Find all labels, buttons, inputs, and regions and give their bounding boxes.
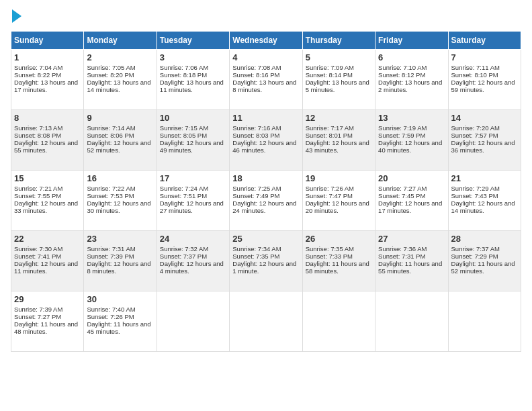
sunrise-label: Sunrise: 7:39 AM — [14, 306, 62, 313]
daylight-label: Daylight: 12 hours and 8 minutes. — [87, 260, 150, 275]
daylight-label: Daylight: 11 hours and 48 minutes. — [14, 320, 78, 335]
sunrise-label: Sunrise: 7:24 AM — [160, 185, 208, 192]
sunrise-label: Sunrise: 7:35 AM — [306, 245, 354, 253]
sunset-label: Sunset: 8:16 PM — [232, 71, 279, 79]
table-row — [302, 291, 375, 352]
sunset-label: Sunset: 8:01 PM — [306, 132, 353, 139]
daylight-label: Daylight: 12 hours and 59 minutes. — [451, 79, 515, 93]
sunrise-label: Sunrise: 7:30 AM — [14, 245, 62, 253]
daylight-label: Daylight: 13 hours and 2 minutes. — [378, 79, 442, 93]
table-row: 14Sunrise: 7:20 AMSunset: 7:57 PMDayligh… — [448, 110, 521, 171]
sunset-label: Sunset: 7:39 PM — [87, 253, 134, 260]
sunrise-label: Sunrise: 7:31 AM — [87, 245, 135, 253]
day-number: 26 — [306, 234, 372, 244]
daylight-label: Daylight: 11 hours and 58 minutes. — [306, 260, 369, 275]
sunrise-label: Sunrise: 7:25 AM — [232, 185, 281, 192]
sunrise-label: Sunrise: 7:17 AM — [306, 124, 354, 132]
day-number: 3 — [160, 52, 226, 62]
sunrise-label: Sunrise: 7:26 AM — [306, 185, 354, 192]
table-row: 21Sunrise: 7:29 AMSunset: 7:43 PMDayligh… — [448, 171, 521, 231]
day-number: 20 — [378, 173, 445, 183]
day-number: 24 — [160, 234, 226, 244]
sunrise-label: Sunrise: 7:20 AM — [451, 124, 500, 132]
sunset-label: Sunset: 8:18 PM — [160, 71, 207, 79]
table-row: 18Sunrise: 7:25 AMSunset: 7:49 PMDayligh… — [230, 171, 302, 231]
sunrise-label: Sunrise: 7:11 AM — [451, 64, 500, 71]
daylight-label: Daylight: 13 hours and 11 minutes. — [160, 79, 224, 93]
daylight-label: Daylight: 12 hours and 11 minutes. — [14, 260, 78, 275]
sunrise-label: Sunrise: 7:21 AM — [14, 185, 62, 192]
day-number: 16 — [87, 173, 153, 183]
daylight-label: Daylight: 12 hours and 27 minutes. — [160, 199, 224, 214]
calendar-row: 8Sunrise: 7:13 AMSunset: 8:08 PMDaylight… — [11, 110, 521, 171]
sunrise-label: Sunrise: 7:10 AM — [378, 64, 427, 71]
sunrise-label: Sunrise: 7:34 AM — [232, 245, 281, 253]
day-number: 1 — [14, 52, 81, 62]
sunset-label: Sunset: 7:43 PM — [451, 192, 498, 199]
sunset-label: Sunset: 7:41 PM — [14, 253, 61, 260]
table-row: 7Sunrise: 7:11 AMSunset: 8:10 PMDaylight… — [448, 50, 521, 110]
sunset-label: Sunset: 8:14 PM — [306, 71, 353, 79]
sunrise-label: Sunrise: 7:14 AM — [87, 124, 135, 132]
table-row: 1Sunrise: 7:04 AMSunset: 8:22 PMDaylight… — [11, 50, 84, 110]
table-row: 3Sunrise: 7:06 AMSunset: 8:18 PMDaylight… — [157, 50, 229, 110]
col-monday: Monday — [84, 32, 157, 50]
daylight-label: Daylight: 11 hours and 52 minutes. — [451, 260, 515, 275]
sunset-label: Sunset: 7:55 PM — [14, 192, 61, 199]
sunrise-label: Sunrise: 7:15 AM — [160, 124, 208, 132]
daylight-label: Daylight: 12 hours and 24 minutes. — [232, 199, 296, 214]
daylight-label: Daylight: 12 hours and 1 minute. — [232, 260, 296, 275]
day-number: 21 — [451, 173, 518, 183]
daylight-label: Daylight: 12 hours and 4 minutes. — [160, 260, 224, 275]
day-number: 30 — [87, 294, 153, 304]
day-number: 18 — [232, 173, 299, 183]
calendar-row: 22Sunrise: 7:30 AMSunset: 7:41 PMDayligh… — [11, 231, 521, 291]
sunset-label: Sunset: 8:10 PM — [451, 71, 498, 79]
sunset-label: Sunset: 8:06 PM — [87, 132, 134, 139]
day-number: 29 — [14, 294, 81, 304]
table-row: 29Sunrise: 7:39 AMSunset: 7:27 PMDayligh… — [11, 291, 84, 352]
table-row: 19Sunrise: 7:26 AMSunset: 7:47 PMDayligh… — [302, 171, 375, 231]
col-thursday: Thursday — [302, 32, 375, 50]
sunset-label: Sunset: 8:12 PM — [378, 71, 425, 79]
table-row: 24Sunrise: 7:32 AMSunset: 7:37 PMDayligh… — [157, 231, 229, 291]
table-row: 4Sunrise: 7:08 AMSunset: 8:16 PMDaylight… — [230, 50, 302, 110]
day-number: 15 — [14, 173, 81, 183]
daylight-label: Daylight: 11 hours and 45 minutes. — [87, 320, 150, 335]
col-saturday: Saturday — [448, 32, 521, 50]
daylight-label: Daylight: 12 hours and 14 minutes. — [451, 199, 515, 214]
sunset-label: Sunset: 8:05 PM — [160, 132, 207, 139]
day-number: 25 — [232, 234, 299, 244]
daylight-label: Daylight: 12 hours and 46 minutes. — [232, 139, 296, 154]
sunset-label: Sunset: 7:57 PM — [451, 132, 498, 139]
sunset-label: Sunset: 7:47 PM — [306, 192, 353, 199]
sunset-label: Sunset: 7:53 PM — [87, 192, 134, 199]
col-tuesday: Tuesday — [157, 32, 229, 50]
logo-arrow-icon — [12, 9, 21, 23]
calendar-table: Sunday Monday Tuesday Wednesday Thursday… — [11, 31, 521, 352]
calendar-row: 1Sunrise: 7:04 AMSunset: 8:22 PMDaylight… — [11, 50, 521, 110]
table-row: 2Sunrise: 7:05 AMSunset: 8:20 PMDaylight… — [84, 50, 157, 110]
daylight-label: Daylight: 13 hours and 8 minutes. — [232, 79, 296, 93]
sunset-label: Sunset: 7:37 PM — [160, 253, 207, 260]
table-row: 30Sunrise: 7:40 AMSunset: 7:26 PMDayligh… — [84, 291, 157, 352]
daylight-label: Daylight: 12 hours and 40 minutes. — [378, 139, 442, 154]
table-row: 16Sunrise: 7:22 AMSunset: 7:53 PMDayligh… — [84, 171, 157, 231]
daylight-label: Daylight: 12 hours and 43 minutes. — [306, 139, 369, 154]
day-number: 17 — [160, 173, 226, 183]
sunset-label: Sunset: 8:03 PM — [232, 132, 279, 139]
sunset-label: Sunset: 7:26 PM — [87, 313, 134, 320]
col-wednesday: Wednesday — [230, 32, 302, 50]
daylight-label: Daylight: 12 hours and 36 minutes. — [451, 139, 515, 154]
sunset-label: Sunset: 7:35 PM — [232, 253, 279, 260]
sunset-label: Sunset: 7:49 PM — [232, 192, 279, 199]
calendar-row: 29Sunrise: 7:39 AMSunset: 7:27 PMDayligh… — [11, 291, 521, 352]
table-row: 15Sunrise: 7:21 AMSunset: 7:55 PMDayligh… — [11, 171, 84, 231]
daylight-label: Daylight: 12 hours and 49 minutes. — [160, 139, 224, 154]
table-row — [157, 291, 229, 352]
day-number: 22 — [14, 234, 81, 244]
sunrise-label: Sunrise: 7:09 AM — [306, 64, 354, 71]
day-number: 12 — [306, 113, 372, 123]
table-row: 11Sunrise: 7:16 AMSunset: 8:03 PMDayligh… — [230, 110, 302, 171]
day-number: 14 — [451, 113, 518, 123]
